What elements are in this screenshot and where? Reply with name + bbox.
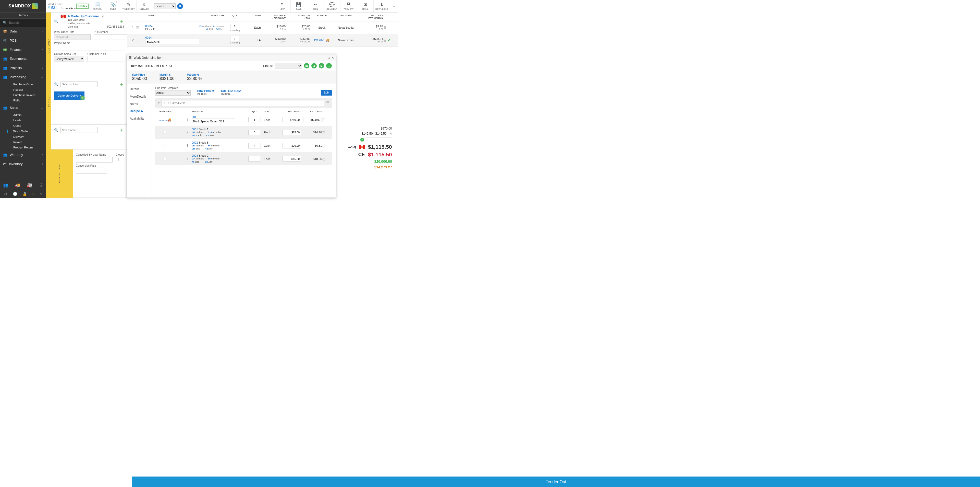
nav-sub-delivery[interactable]: Delivery: [0, 134, 46, 139]
wo-date-input[interactable]: [54, 34, 91, 40]
tab-details[interactable]: Details: [127, 86, 151, 93]
new-button[interactable]: 🗎NEW: [274, 0, 290, 12]
truck-icon[interactable]: 🚚: [15, 183, 20, 188]
search-input[interactable]: [9, 21, 48, 24]
total-price-link[interactable]: Total Price ⟳: [197, 89, 215, 93]
next-icon[interactable]: ▶: [319, 63, 324, 69]
recipe-row[interactable]: 2 0001 Block A 228 on hand 114 on order2…: [155, 126, 332, 139]
files-button[interactable]: 0📎FILES: [105, 0, 121, 12]
calc-button[interactable]: 🖩: [177, 3, 183, 9]
delete-icon[interactable]: 🗑: [322, 130, 326, 135]
maximize-icon[interactable]: □: [328, 56, 329, 59]
recipe-row[interactable]: Pending PO 🚚 1 001 Each 🗑: [155, 114, 332, 126]
unit-price-input[interactable]: [283, 117, 301, 122]
edit-icon[interactable]: ✎: [152, 37, 153, 39]
project-name-input[interactable]: [54, 45, 124, 51]
tenant-selector[interactable]: Demo▾: [0, 13, 46, 19]
delete-icon[interactable]: 🗑: [383, 25, 387, 30]
nav-sub-purchase-invoice[interactable]: Purchase Invoice: [0, 93, 46, 98]
brand-logo[interactable]: SANDBOX: [0, 0, 46, 13]
unit-price-input[interactable]: [283, 156, 301, 161]
delete-icon[interactable]: 🗑: [383, 38, 387, 42]
archive-icon[interactable]: 🗄: [39, 183, 43, 188]
nav-sub-admin[interactable]: Admin: [0, 112, 46, 118]
download-button[interactable]: ⬇DOWNLOAD: [373, 0, 390, 12]
edit-icon[interactable]: ✎: [152, 26, 153, 27]
customer-po-input[interactable]: [88, 56, 124, 62]
drag-icon[interactable]: ☰: [136, 26, 145, 30]
close-icon[interactable]: ✕: [331, 56, 334, 59]
desc-input[interactable]: [145, 39, 199, 44]
nav-ecommerce[interactable]: 👥Ecommerce: [0, 54, 46, 63]
nav-sub-product-return[interactable]: Product Return: [0, 145, 46, 150]
preview-button[interactable]: 🖶PREVIEW: [340, 0, 357, 12]
other-input[interactable]: [60, 127, 98, 133]
qty-input[interactable]: [230, 24, 240, 29]
clear-icon[interactable]: ✕: [321, 102, 322, 104]
timesheet-button[interactable]: ✎TIMESHEET: [121, 0, 136, 12]
clock-icon[interactable]: 🕘: [13, 192, 18, 196]
doc-number[interactable]: 531: [51, 6, 57, 10]
menu-icon[interactable]: ☰: [129, 56, 132, 59]
pending-po-link[interactable]: Pending PO: [159, 120, 167, 121]
gear-icon[interactable]: ⚙: [4, 192, 7, 196]
help-icon[interactable]: ?: [32, 192, 35, 196]
nav-sub-leads[interactable]: Leads: [0, 118, 46, 123]
logout-icon[interactable]: ⎋: [40, 192, 42, 196]
prev-icon[interactable]: ◀: [68, 7, 70, 10]
est-cost-input[interactable]: [303, 117, 322, 122]
nav-sub-rma[interactable]: RMA: [0, 98, 46, 103]
line-item-row[interactable]: 2 ☰ 0014 ✎ 1 pending EA $950.00- 0.0 % $…: [127, 34, 398, 46]
nav-sub-work-order[interactable]: Work Order: [0, 129, 46, 134]
conversion-rate-input[interactable]: [76, 168, 107, 174]
customer-name[interactable]: A Made Up Customer: [68, 14, 99, 18]
next-icon[interactable]: ▶: [71, 7, 73, 10]
nav-projects[interactable]: 👥Projects›: [0, 63, 46, 73]
qty-input[interactable]: [248, 143, 261, 148]
total-est-cost-link[interactable]: Total Est. Cost: [221, 89, 241, 93]
status-select[interactable]: [275, 63, 302, 69]
template-select[interactable]: Default: [155, 90, 190, 96]
delete-icon[interactable]: 🗑: [322, 117, 326, 122]
factory-icon[interactable]: 🏭: [27, 183, 32, 188]
recipe-row[interactable]: 4 0003 Block C 104 on hand 69 on order72…: [155, 152, 332, 166]
comment-button[interactable]: 💬COMMENT: [324, 0, 340, 12]
lock-icon[interactable]: 🔒: [22, 192, 27, 196]
edit-icon[interactable]: ✎: [390, 132, 392, 136]
refresh-icon[interactable]: ⟳: [212, 89, 215, 92]
global-search[interactable]: 🔍: [0, 19, 46, 27]
sign-button[interactable]: ✒SIGN: [307, 0, 324, 12]
unit-price-input[interactable]: [283, 143, 301, 148]
more-button[interactable]: ⌄: [390, 0, 398, 12]
line-item-row[interactable]: 1 ☰ 0005 ✎Block D 473 on hand 14 on orde…: [127, 21, 398, 34]
recipe-row[interactable]: 3 0002 Block B 160 on hand 86 on order11…: [155, 139, 332, 152]
nav-sub-purchase-order[interactable]: Purchase Order: [0, 81, 46, 87]
delete-icon[interactable]: 🗑: [322, 156, 326, 161]
qty-input[interactable]: [230, 36, 240, 42]
nav-data[interactable]: 📦Data›: [0, 27, 46, 36]
add-other-icon[interactable]: ＋: [119, 127, 124, 133]
cancelled-by-input[interactable]: [76, 156, 113, 163]
status-chip[interactable]: OPEN ▾: [76, 3, 89, 9]
nav-warranty[interactable]: 👥Warranty›: [0, 150, 46, 159]
nav-sub-quote[interactable]: Quote: [0, 123, 46, 129]
price-level-select[interactable]: Level F: [154, 3, 176, 9]
tab-more-details[interactable]: MoreDetails: [127, 93, 151, 101]
recipe-search-input[interactable]: [167, 101, 320, 104]
closed-checkbox[interactable]: [116, 156, 118, 163]
delete-icon[interactable]: 🗑: [322, 143, 326, 148]
chevron-down-icon[interactable]: ▾: [158, 101, 160, 104]
drag-icon[interactable]: ☰: [136, 38, 145, 42]
add-icon[interactable]: ＋: [360, 138, 364, 142]
unit-price-input[interactable]: [283, 130, 301, 135]
remove-customer-icon[interactable]: ✖: [102, 14, 104, 18]
first-icon[interactable]: ⏮: [304, 63, 309, 69]
split-button[interactable]: Split: [321, 90, 332, 96]
add-customer-icon[interactable]: ＋: [119, 18, 124, 25]
add-shipto-icon[interactable]: ＋: [119, 81, 124, 88]
email-button[interactable]: ✉EMAIL: [357, 0, 373, 12]
add-amount-input[interactable]: [367, 137, 392, 142]
po-number-input[interactable]: [94, 34, 130, 40]
shipto-input[interactable]: [60, 81, 98, 87]
row-checkbox[interactable]: [164, 131, 166, 134]
